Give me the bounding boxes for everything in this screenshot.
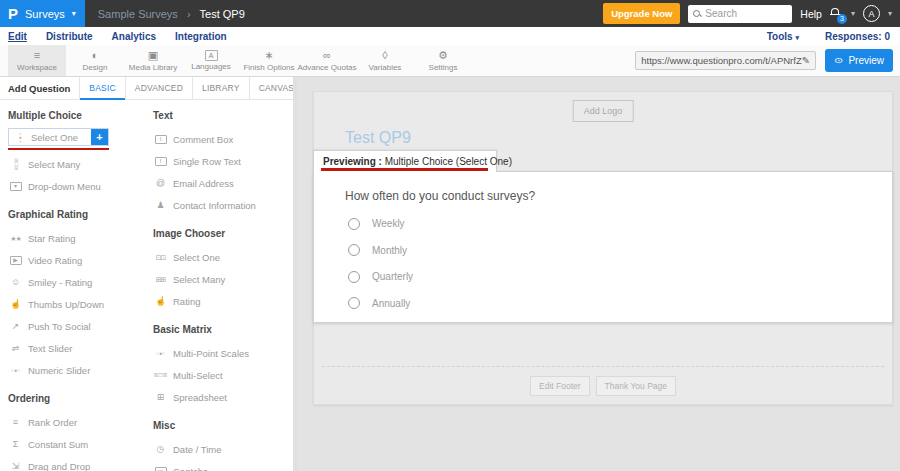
search-input[interactable] <box>705 8 787 19</box>
question-type-ordering-constant-sum[interactable]: ΣConstant Sum <box>8 433 144 455</box>
eye-icon: ⊙ <box>834 56 843 65</box>
add-question-panel: Add Question BASICADVANCEDLIBRARYCANVAS … <box>0 77 297 471</box>
chevron-down-icon[interactable]: ▾ <box>851 9 855 18</box>
question-type-text-contact-information[interactable]: ♟Contact Information <box>153 194 289 216</box>
smiley-icon: ☺ <box>8 278 23 287</box>
edit-footer-button[interactable]: Edit Footer <box>530 376 590 396</box>
answer-option-weekly[interactable]: Weekly <box>348 218 892 230</box>
upgrade-now-button[interactable]: Upgrade Now <box>603 3 680 24</box>
answer-option-monthly[interactable]: Monthly <box>348 244 892 256</box>
question-type-graphical-rating-text-slider[interactable]: ⇌Text Slider <box>8 337 144 359</box>
toolbar-item-label: Workspace <box>17 63 57 72</box>
edit-url-icon[interactable]: ✎ <box>802 55 810 66</box>
question-type-image-chooser-select-many[interactable]: ⊞⊞Select Many <box>153 268 289 290</box>
radio-button-icon[interactable] <box>348 297 360 309</box>
radio-button-icon[interactable] <box>348 244 360 256</box>
comment-box-icon: I <box>155 135 167 144</box>
toolbar-item-variables[interactable]: ◊Variables <box>356 45 414 76</box>
answer-option-quarterly[interactable]: Quarterly <box>348 271 892 283</box>
question-type-misc-captcha[interactable]: vxCaptcha <box>153 460 289 471</box>
question-type-label: Select One <box>173 252 220 263</box>
survey-url-input[interactable] <box>641 55 802 66</box>
question-type-label: Constant Sum <box>28 439 88 450</box>
toolbar-item-label: Settings <box>429 63 458 72</box>
section-text: TextIComment BoxISingle Row Text@Email A… <box>153 110 289 216</box>
question-type-label: Drag and Drop <box>28 461 90 471</box>
radio-button-icon[interactable] <box>348 271 360 283</box>
breadcrumb-parent[interactable]: Sample Surveys <box>98 8 178 20</box>
question-type-label: Thumbs Up/Down <box>28 299 104 310</box>
panel-tab-library[interactable]: LIBRARY <box>192 77 249 99</box>
question-type-label: Multi-Select <box>173 370 223 381</box>
question-type-text-email-address[interactable]: @Email Address <box>153 172 289 194</box>
surveys-label: Surveys <box>25 8 65 20</box>
avatar[interactable]: A <box>863 5 880 22</box>
question-type-label: Select Many <box>173 274 225 285</box>
thank-you-page-button[interactable]: Thank You Page <box>596 376 676 396</box>
radio-button-icon[interactable] <box>348 218 360 230</box>
add-question-title: Add Question <box>0 77 79 99</box>
question-type-basic-matrix-multi-point-scales[interactable]: ○●○Multi-Point Scales <box>153 342 289 364</box>
help-link[interactable]: Help <box>800 8 822 20</box>
question-type-graphical-rating-star-rating[interactable]: ★★Star Rating <box>8 227 144 249</box>
question-type-label: Date / Time <box>173 444 222 455</box>
add-logo-button[interactable]: Add Logo <box>573 100 634 122</box>
surveys-menu-button[interactable]: P Surveys ▾ <box>0 0 85 27</box>
question-type-image-chooser-select-one[interactable]: ⊡⊡Select One <box>153 246 289 268</box>
toolbar-item-label: Finish Options <box>243 63 294 72</box>
responses-count[interactable]: Responses: 0 <box>825 31 890 42</box>
breadcrumb-current: Test QP9 <box>200 8 245 20</box>
toolbar-item-languages[interactable]: ALanguages <box>182 45 240 76</box>
nav-tab-integration[interactable]: Integration <box>175 31 227 42</box>
nav-tab-edit[interactable]: Edit <box>8 31 27 42</box>
question-type-graphical-rating-push-to-social[interactable]: ↗Push To Social <box>8 315 144 337</box>
question-type-basic-matrix-spreadsheet[interactable]: ⊞Spreadsheet <box>153 386 289 408</box>
question-type-misc-date-time[interactable]: ◷Date / Time <box>153 438 289 460</box>
question-type-graphical-rating-numeric-slider[interactable]: ○●○Numeric Slider <box>8 359 144 381</box>
survey-url-field[interactable]: ✎ <box>635 51 816 70</box>
toolbar-item-design[interactable]: ◐Design <box>66 45 124 76</box>
question-type-graphical-rating-thumbs-up-down[interactable]: ☝Thumbs Up/Down <box>8 293 144 315</box>
question-type-label: Video Rating <box>28 255 82 266</box>
preview-button[interactable]: ⊙ Preview <box>825 49 893 72</box>
question-type-ordering-drag-and-drop[interactable]: ⇲Drag and Drop <box>8 455 144 471</box>
nav-tabs: EditDistributeAnalyticsIntegration <box>8 31 227 42</box>
question-type-ordering-rank-order[interactable]: ≡Rank Order <box>8 411 144 433</box>
answer-option-annually[interactable]: Annually <box>348 297 892 309</box>
question-type-basic-matrix-multi-select[interactable]: ☒☐☒Multi-Select <box>153 364 289 386</box>
section-misc: Misc◷Date / TimevxCaptcha▦Calendar <box>153 420 289 471</box>
question-type-multiple-choice-select-many[interactable]: ☒☐☒Select Many <box>8 153 144 175</box>
question-type-graphical-rating-smiley-rating[interactable]: ☺Smiley - Rating <box>8 271 144 293</box>
question-text[interactable]: How often do you conduct surveys? <box>345 189 892 203</box>
notifications-button[interactable]: 3 <box>830 7 843 21</box>
question-type-label: Email Address <box>173 178 234 189</box>
nav-tab-distribute[interactable]: Distribute <box>46 31 93 42</box>
toolbar-item-label: Languages <box>191 62 231 71</box>
nav-tab-analytics[interactable]: Analytics <box>112 31 156 42</box>
question-type-multiple-choice-drop-down-menu[interactable]: ▾Drop-down Menu <box>8 175 144 197</box>
tools-dropdown[interactable]: Tools ▾ <box>767 31 799 42</box>
section-ordering: Ordering≡Rank OrderΣConstant Sum⇲Drag an… <box>8 393 144 471</box>
add-question-plus-button[interactable]: + <box>91 129 108 145</box>
nav-right: Tools ▾ Responses: 0 <box>767 31 890 42</box>
question-type-multiple-choice-select-one[interactable]: ○●○Select One+ <box>8 128 109 146</box>
question-type-image-chooser-rating[interactable]: ☝Rating <box>153 290 289 312</box>
toolbar-items: ≡Workspace◐Design▣Media LibraryALanguage… <box>8 45 472 76</box>
panel-tab-advanced[interactable]: ADVANCED <box>125 77 192 99</box>
question-type-label: Single Row Text <box>173 156 241 167</box>
question-type-text-single-row-text[interactable]: ISingle Row Text <box>153 150 289 172</box>
toolbar-item-advance-quotas[interactable]: ∞Advance Quotas <box>298 45 356 76</box>
toolbar-item-finish-options[interactable]: ∗Finish Options <box>240 45 298 76</box>
search-box[interactable] <box>688 5 792 23</box>
toolbar-item-settings[interactable]: ⚙Settings <box>414 45 472 76</box>
survey-title[interactable]: Test QP9 <box>345 129 411 147</box>
panel-tab-canvas[interactable]: CANVAS <box>249 77 297 99</box>
design-palette-icon: ◐ <box>92 50 99 62</box>
chevron-down-icon[interactable]: ▾ <box>888 9 892 18</box>
panel-tab-basic[interactable]: BASIC <box>79 77 125 99</box>
toolbar-item-media-library[interactable]: ▣Media Library <box>124 45 182 76</box>
toolbar-item-workspace[interactable]: ≡Workspace <box>8 45 66 76</box>
rank-order-icon: ≡ <box>8 418 23 427</box>
question-type-text-comment-box[interactable]: IComment Box <box>153 128 289 150</box>
question-type-graphical-rating-video-rating[interactable]: ▶Video Rating <box>8 249 144 271</box>
